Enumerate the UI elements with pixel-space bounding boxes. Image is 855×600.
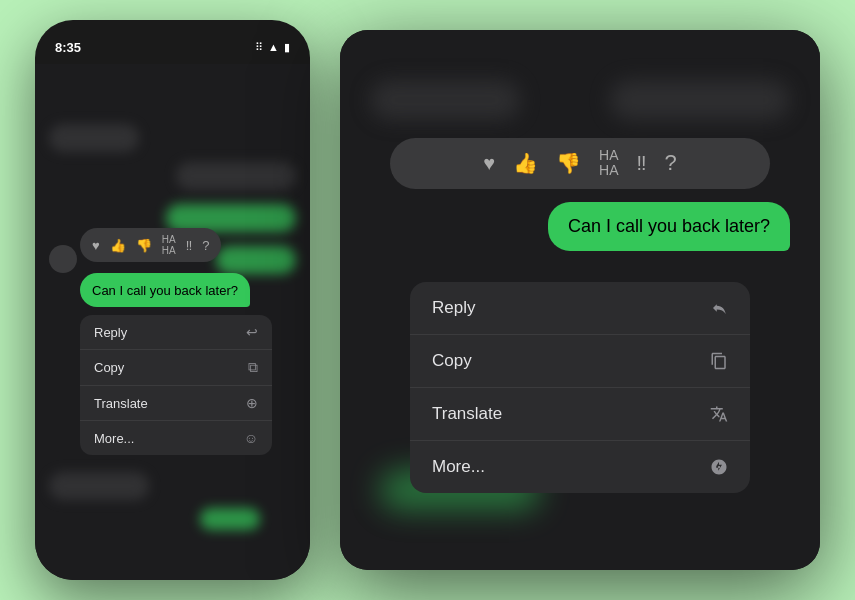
phone-left: 8:35 ⠿ ▲ ▮ ♥ 👍 👎 HAHA ‼ ? [35, 20, 310, 580]
menu-item-reply-right[interactable]: Reply [410, 282, 750, 335]
battery-icon: ▮ [284, 41, 290, 54]
message-bubble-right: Can I call you back later? [548, 202, 790, 251]
haha-reaction[interactable]: HAHA [599, 148, 618, 179]
reply-icon-left: ↩ [246, 324, 258, 340]
more-label-right: More... [432, 457, 485, 477]
main-container: 8:35 ⠿ ▲ ▮ ♥ 👍 👎 HAHA ‼ ? [0, 0, 855, 600]
reply-icon-right [710, 299, 728, 317]
thumbsdown-icon: 👎 [136, 238, 152, 253]
svg-point-1 [718, 466, 720, 468]
haha-icon: HAHA [162, 234, 176, 256]
wifi-icon: ▲ [268, 41, 279, 53]
heart-reaction[interactable]: ♥ [483, 152, 495, 175]
bg-bubble-4 [216, 246, 296, 274]
translate-icon-left: ⊕ [246, 395, 258, 411]
context-menu-right: Reply Copy Translate More... [410, 282, 750, 493]
more-label-left: More... [94, 431, 134, 446]
bg-bubble-1 [49, 124, 139, 152]
message-bubble-left: Can I call you back later? [80, 273, 250, 307]
status-bar: 8:35 ⠿ ▲ ▮ [35, 20, 310, 64]
signal-icon: ⠿ [255, 41, 263, 54]
question-reaction[interactable]: ? [665, 150, 677, 176]
bg-bubble-6 [200, 508, 260, 530]
translate-label-left: Translate [94, 396, 148, 411]
more-icon-left: ☺ [244, 430, 258, 446]
translate-label-right: Translate [432, 404, 502, 424]
status-icons: ⠿ ▲ ▮ [255, 41, 290, 54]
menu-item-translate-left[interactable]: Translate ⊕ [80, 386, 272, 421]
menu-item-copy-right[interactable]: Copy [410, 335, 750, 388]
reply-label-right: Reply [432, 298, 475, 318]
reply-label-left: Reply [94, 325, 127, 340]
question-icon: ? [202, 238, 209, 253]
thumbsup-icon: 👍 [110, 238, 126, 253]
translate-icon-right [710, 405, 728, 423]
menu-item-translate-right[interactable]: Translate [410, 388, 750, 441]
exclaim-icon: ‼ [186, 238, 193, 253]
rbg-2 [610, 80, 790, 120]
heart-icon: ♥ [92, 238, 100, 253]
thumbsup-reaction[interactable]: 👍 [513, 151, 538, 175]
bg-bubble-5 [49, 472, 149, 500]
menu-item-reply-left[interactable]: Reply ↩ [80, 315, 272, 350]
copy-icon-right [710, 352, 728, 370]
copy-label-left: Copy [94, 360, 124, 375]
thumbsdown-reaction[interactable]: 👎 [556, 151, 581, 175]
menu-item-more-right[interactable]: More... [410, 441, 750, 493]
panel-right: ♥ 👍 👎 HAHA ‼ ? Can I call you back later… [340, 30, 820, 570]
context-menu-left: Reply ↩ Copy ⧉ Translate ⊕ More... ☺ [80, 315, 272, 455]
menu-item-copy-left[interactable]: Copy ⧉ [80, 350, 272, 386]
reaction-bar-right: ♥ 👍 👎 HAHA ‼ ? [390, 138, 770, 189]
message-text-left: Can I call you back later? [92, 283, 238, 298]
menu-item-more-left[interactable]: More... ☺ [80, 421, 272, 455]
message-text-right: Can I call you back later? [568, 216, 770, 236]
status-time: 8:35 [55, 40, 81, 55]
avatar [49, 245, 77, 273]
rbg-1 [370, 80, 520, 120]
reaction-bar-left: ♥ 👍 👎 HAHA ‼ ? [80, 228, 221, 262]
svg-point-0 [714, 466, 716, 468]
exclaim-reaction[interactable]: ‼ [637, 152, 647, 175]
svg-point-2 [722, 466, 724, 468]
bg-bubble-2 [176, 162, 296, 190]
more-icon-right [710, 458, 728, 476]
copy-label-right: Copy [432, 351, 472, 371]
copy-icon-left: ⧉ [248, 359, 258, 376]
